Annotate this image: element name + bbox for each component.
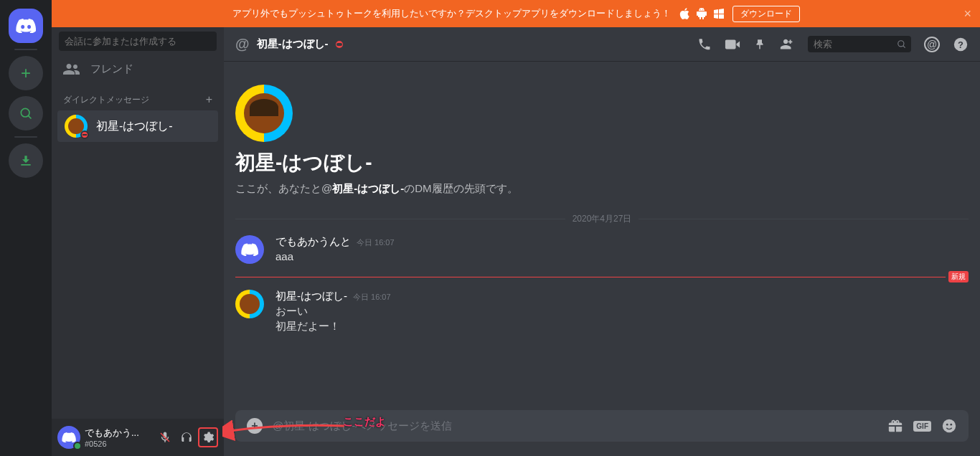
user-avatar[interactable] xyxy=(57,426,80,449)
svg-point-7 xyxy=(943,419,956,432)
search-input[interactable] xyxy=(808,36,911,52)
mentions-button[interactable]: @ xyxy=(924,37,940,52)
add-server-button[interactable]: + xyxy=(9,56,43,90)
create-dm-button[interactable]: + xyxy=(206,93,212,106)
status-online-icon xyxy=(73,442,82,450)
message: でもあかうんと 今日 16:07 aaa xyxy=(235,231,969,268)
welcome-avatar xyxy=(235,85,293,142)
welcome-subtitle: ここが、あなたと@初星-はつぼし-のDM履歴の先頭です。 xyxy=(235,182,969,196)
android-icon xyxy=(697,8,707,19)
svg-point-9 xyxy=(950,424,952,426)
server-divider xyxy=(14,49,37,50)
svg-line-4 xyxy=(903,45,905,47)
dm-item-name: 初星-はつぼし- xyxy=(96,119,173,134)
phone-icon xyxy=(697,37,712,52)
message-text: おーい xyxy=(275,303,969,318)
message-text: aaa xyxy=(275,249,969,264)
help-button[interactable]: ? xyxy=(953,37,969,52)
message-text: 初星だよー！ xyxy=(275,318,969,333)
message-author[interactable]: でもあかうんと xyxy=(275,235,351,249)
server-list: + xyxy=(0,0,52,456)
attach-file-button[interactable]: + xyxy=(247,418,263,434)
gif-button[interactable]: GIF xyxy=(913,421,931,432)
discord-logo-icon xyxy=(16,19,36,33)
user-settings-button[interactable] xyxy=(198,427,218,447)
friends-icon xyxy=(63,63,80,76)
pin-icon xyxy=(753,38,766,51)
welcome-title: 初星-はつぼし- xyxy=(235,149,969,176)
new-messages-divider: 新規 xyxy=(235,271,969,282)
svg-point-8 xyxy=(946,424,948,426)
download-icon xyxy=(19,153,33,168)
start-video-call-button[interactable] xyxy=(725,39,740,50)
at-icon: @ xyxy=(235,36,250,52)
add-user-icon xyxy=(779,38,795,51)
start-voice-call-button[interactable] xyxy=(697,37,712,52)
help-icon: ? xyxy=(953,37,969,52)
status-dnd-icon xyxy=(336,41,343,48)
chat-header: @ 初星-はつぼし- xyxy=(224,27,980,62)
server-divider xyxy=(14,136,37,138)
user-tag: #0526 xyxy=(85,440,151,448)
message-author[interactable]: 初星-はつぼし- xyxy=(275,290,347,303)
dm-avatar xyxy=(65,115,88,138)
message-timestamp: 今日 16:07 xyxy=(357,237,395,248)
discord-logo-icon xyxy=(62,432,76,442)
chat-title: 初星-はつぼし- xyxy=(257,37,329,51)
svg-point-0 xyxy=(21,108,29,117)
compass-icon xyxy=(19,106,33,120)
gear-icon xyxy=(202,431,215,444)
download-banner: アプリ外でもプッシュトゥトークを利用したいですか？デスクトップアプリをダウンロー… xyxy=(52,0,980,27)
deafen-button[interactable] xyxy=(176,427,197,447)
main-content: @ 初星-はつぼし- xyxy=(224,27,980,456)
user-panel: でもあかう... #0526 xyxy=(52,419,224,456)
dm-welcome: 初星-はつぼし- ここが、あなたと@初星-はつぼし-のDM履歴の先頭です。 xyxy=(235,73,969,201)
channel-sidebar: フレンド ダイレクトメッセージ + 初星-はつぼし- でもあかう... #052… xyxy=(52,0,224,456)
new-badge: 新規 xyxy=(948,271,969,282)
svg-line-1 xyxy=(28,115,31,118)
discord-logo-icon xyxy=(241,243,258,256)
chat-body: 初星-はつぼし- ここが、あなたと@初星-はつぼし-のDM履歴の先頭です。 20… xyxy=(224,62,980,410)
message-avatar[interactable] xyxy=(235,235,264,264)
friends-tab[interactable]: フレンド xyxy=(52,55,224,83)
download-apps-button[interactable] xyxy=(9,143,43,178)
apple-icon xyxy=(679,8,689,19)
search-icon xyxy=(897,39,907,49)
mute-mic-button[interactable] xyxy=(155,427,175,447)
date-divider: 2020年4月27日 xyxy=(235,213,969,225)
svg-text:?: ? xyxy=(958,39,963,49)
emoji-button[interactable] xyxy=(941,418,957,434)
dm-header-label: ダイレクトメッセージ xyxy=(63,94,149,106)
pinned-messages-button[interactable] xyxy=(753,38,766,51)
mic-muted-icon xyxy=(159,431,171,444)
gift-button[interactable] xyxy=(887,418,903,434)
video-icon xyxy=(725,39,740,50)
gift-icon xyxy=(887,418,903,434)
add-friends-to-dm-button[interactable] xyxy=(779,38,795,51)
svg-point-3 xyxy=(898,40,904,46)
home-button[interactable] xyxy=(9,9,43,43)
message-input[interactable]: + @初星-はつぼし-へメッセージを送信 GIF xyxy=(235,410,969,442)
explore-servers-button[interactable] xyxy=(9,96,43,130)
friends-label: フレンド xyxy=(90,62,133,76)
user-name: でもあかう... xyxy=(85,427,151,440)
emoji-icon xyxy=(941,418,957,434)
message-timestamp: 今日 16:07 xyxy=(353,292,391,303)
download-button[interactable]: ダウンロード xyxy=(732,6,800,22)
status-dnd-icon xyxy=(80,130,89,139)
message: 初星-はつぼし- 今日 16:07 おーい 初星だよー！ xyxy=(235,285,969,338)
message-input-placeholder: @初星-はつぼし-へメッセージを送信 xyxy=(273,419,877,433)
close-banner-button[interactable]: × xyxy=(963,6,971,22)
banner-text: アプリ外でもプッシュトゥトークを利用したいですか？デスクトップアプリをダウンロー… xyxy=(232,7,671,20)
windows-icon xyxy=(714,9,724,19)
dm-item[interactable]: 初星-はつぼし- xyxy=(57,110,218,142)
message-avatar[interactable] xyxy=(235,290,264,318)
headphones-icon xyxy=(180,431,193,444)
conversation-search-input[interactable] xyxy=(59,32,217,51)
